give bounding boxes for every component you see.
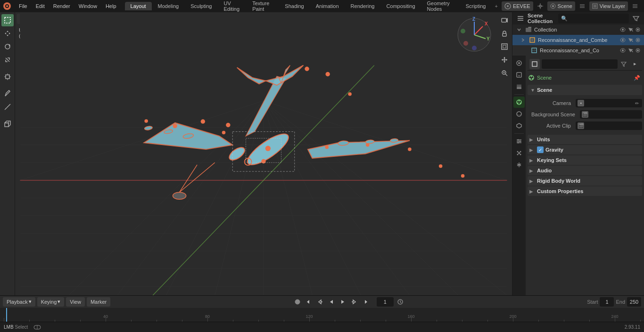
- add-cube-tool[interactable]: [1, 118, 14, 130]
- item2-visibility-btn[interactable]: [619, 47, 626, 54]
- lock-view-btn[interactable]: [498, 27, 511, 40]
- props-view-btn[interactable]: [529, 59, 540, 69]
- camera-field[interactable]: ▪ ✏: [576, 99, 642, 107]
- marker-menu[interactable]: Marker: [87, 297, 110, 307]
- svg-text:X: X: [485, 21, 488, 26]
- outliner-view-icon[interactable]: [515, 13, 526, 24]
- outliner-filter-btn[interactable]: [631, 13, 641, 24]
- view-layer-select[interactable]: View Layer: [589, 1, 628, 11]
- props-modifier-btn[interactable]: [513, 136, 525, 147]
- menu-edit[interactable]: Edit: [32, 2, 49, 10]
- gravity-section-header[interactable]: ▶ ✓ Gravity: [528, 145, 642, 154]
- camera-view-btn[interactable]: [498, 14, 511, 26]
- outliner-item-mesh-1[interactable]: Reconnaissance_and_Combe: [512, 35, 644, 45]
- tab-sculpting[interactable]: Sculpting: [185, 2, 217, 10]
- props-search[interactable]: [542, 59, 618, 69]
- menu-file[interactable]: File: [15, 2, 31, 10]
- move-tool[interactable]: [1, 27, 14, 40]
- custom-props-section-header[interactable]: ▶ Custom Properties: [528, 186, 642, 196]
- props-object-btn[interactable]: [513, 120, 525, 131]
- jump-start-btn[interactable]: [304, 297, 314, 307]
- outliner-collection-root[interactable]: Collection: [512, 24, 644, 35]
- background-scene-field[interactable]: 🎬: [580, 110, 642, 119]
- layer-settings-btn[interactable]: [631, 2, 639, 10]
- play-reverse-btn[interactable]: [327, 297, 336, 307]
- tab-rendering[interactable]: Rendering: [345, 2, 380, 10]
- tab-layout[interactable]: Layout: [125, 2, 152, 10]
- outliner-item-mesh-2[interactable]: Reconnaissance_and_Co: [512, 45, 644, 56]
- item1-render-btn[interactable]: [635, 37, 641, 43]
- collection-visibility-btn[interactable]: [619, 26, 626, 33]
- scene-settings-btn[interactable]: [578, 2, 586, 10]
- tab-scripting[interactable]: Scripting: [460, 2, 492, 10]
- outliner-search[interactable]: [558, 14, 629, 23]
- rotate-tool[interactable]: [1, 40, 14, 53]
- measure-tool[interactable]: [1, 101, 14, 113]
- tab-uv-editing[interactable]: UV Editing: [218, 0, 246, 13]
- annotate-icon: [4, 90, 11, 97]
- move-view-btn[interactable]: [498, 54, 511, 66]
- current-frame-input[interactable]: 1: [377, 297, 394, 307]
- tab-texture-paint[interactable]: Texture Paint: [247, 0, 279, 13]
- jump-end-btn[interactable]: [361, 297, 370, 307]
- svg-point-73: [173, 124, 177, 128]
- units-section-header[interactable]: ▶ Units: [528, 135, 642, 144]
- scale-tool[interactable]: [1, 54, 14, 66]
- playhead[interactable]: [6, 308, 7, 322]
- props-particles-btn[interactable]: [513, 147, 525, 159]
- annotate-tool[interactable]: [1, 88, 14, 100]
- tab-compositing[interactable]: Compositing: [380, 2, 421, 10]
- gravity-checkbox[interactable]: ✓: [537, 146, 544, 153]
- props-physics-btn[interactable]: [513, 159, 525, 170]
- play-btn[interactable]: [338, 297, 347, 307]
- item2-render-btn[interactable]: [635, 47, 641, 54]
- tab-shading[interactable]: Shading: [279, 2, 309, 10]
- props-scene-btn[interactable]: [513, 97, 525, 108]
- menu-window[interactable]: Window: [75, 2, 101, 10]
- step-forward-btn[interactable]: [349, 297, 359, 307]
- collection-render-btn[interactable]: [635, 26, 641, 33]
- active-clip-field[interactable]: 🎬: [576, 121, 642, 130]
- scene-section-header[interactable]: ▼ Scene: [528, 85, 642, 95]
- render-region-btn[interactable]: [498, 40, 511, 53]
- props-pin-btn[interactable]: 📌: [632, 73, 642, 83]
- start-frame-input[interactable]: 1: [600, 297, 614, 307]
- collection-selectable-btn[interactable]: [627, 26, 634, 33]
- props-render-btn[interactable]: [513, 57, 525, 69]
- props-world-btn[interactable]: [513, 108, 525, 120]
- props-settings-btn[interactable]: ▸: [630, 59, 640, 69]
- tab-add[interactable]: +: [492, 2, 500, 10]
- playback-menu[interactable]: Playback ▾: [3, 297, 35, 307]
- tab-modeling[interactable]: Modeling: [152, 2, 185, 10]
- props-view-layer-btn[interactable]: [513, 81, 525, 92]
- navigation-widget[interactable]: X Y Z: [455, 16, 493, 54]
- rigid-body-section-header[interactable]: ▶ Rigid Body World: [528, 176, 642, 186]
- timeline-ruler[interactable]: 4080120160200240: [0, 308, 644, 322]
- engine-settings-btn[interactable]: [536, 2, 545, 10]
- viewport-3d[interactable]: Object Mode ▾ View Select Add Object Glo…: [15, 12, 512, 295]
- keying-menu[interactable]: Keying ▾: [37, 297, 65, 307]
- transform-tool[interactable]: [1, 71, 14, 83]
- item1-selectable-btn[interactable]: [627, 37, 634, 43]
- output-props-icon: [516, 72, 522, 78]
- camera-edit-btn[interactable]: ✏: [634, 100, 640, 106]
- view-menu[interactable]: View: [66, 297, 85, 307]
- audio-section-header[interactable]: ▶ Audio: [528, 166, 642, 175]
- zoom-view-btn[interactable]: [498, 67, 511, 79]
- scene-select[interactable]: Scene: [547, 1, 575, 11]
- tab-geometry-nodes[interactable]: Geometry Nodes: [421, 0, 460, 13]
- record-btn[interactable]: [293, 297, 302, 307]
- props-filter-btn[interactable]: [619, 59, 629, 69]
- step-back-btn[interactable]: [315, 297, 325, 307]
- menu-render[interactable]: Render: [50, 2, 74, 10]
- blender-logo[interactable]: [2, 1, 12, 11]
- end-frame-input[interactable]: 250: [627, 297, 641, 307]
- keying-sets-section-header[interactable]: ▶ Keying Sets: [528, 155, 642, 165]
- item1-visibility-btn[interactable]: [619, 37, 626, 43]
- select-box-tool[interactable]: [1, 14, 14, 26]
- menu-help[interactable]: Help: [102, 2, 120, 10]
- item2-selectable-btn[interactable]: [627, 47, 634, 54]
- render-engine-select[interactable]: EEVEE: [502, 1, 533, 11]
- tab-animation[interactable]: Animation: [310, 2, 345, 10]
- props-output-btn[interactable]: [513, 69, 525, 81]
